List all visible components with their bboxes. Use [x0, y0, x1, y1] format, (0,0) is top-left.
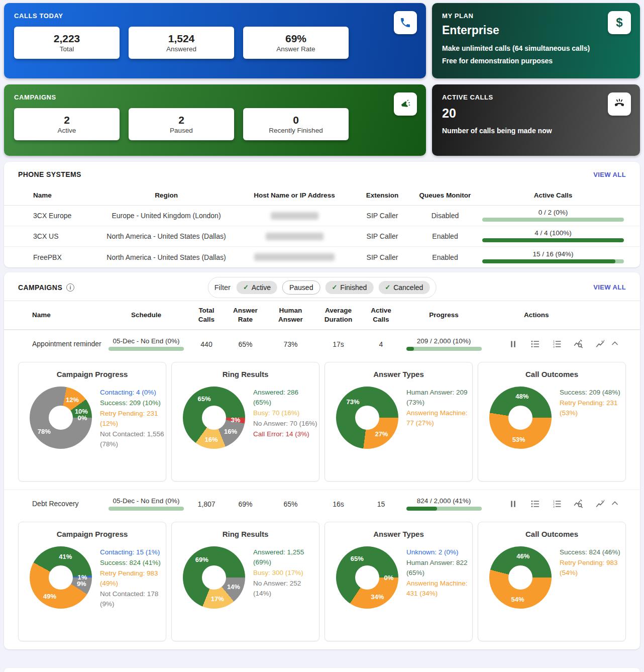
- campaign-answer-rate: 65%: [224, 340, 267, 348]
- pause-button[interactable]: [508, 499, 518, 510]
- active-calls-ratio: 4 / 4 (100%): [480, 229, 626, 237]
- col-name: Name: [33, 191, 98, 199]
- collapse-chevron[interactable]: [606, 498, 623, 510]
- check-icon: ✓: [243, 283, 249, 291]
- col-active-calls: Active Calls: [480, 191, 626, 199]
- legend-item: Retry Pending: 983 (49%): [100, 568, 164, 589]
- donut-chart: 1%41%49%9%: [30, 546, 92, 609]
- campaign-average-duration: 16s: [314, 500, 362, 508]
- contact-list-button[interactable]: [529, 339, 540, 350]
- legend-item: Retry Pending: 231 (12%): [100, 409, 164, 429]
- calls-today-card: CALLS TODAY 2,223 Total 1,524 Answered 6…: [4, 3, 426, 78]
- table-row[interactable]: 3CX Europe Europe - United Kingdom (Lond…: [4, 206, 640, 226]
- chart-card-call-outcomes: Call Outcomes48%53%Success: 209 (48%)Ret…: [478, 362, 626, 482]
- calls-today-title: CALLS TODAY: [14, 12, 416, 20]
- live-stats-button[interactable]: [595, 339, 606, 350]
- legend-item: Success: 209 (48%): [560, 388, 624, 398]
- campaign-actions: 123: [488, 339, 606, 350]
- legend-item: No Answer: 70 (16%): [253, 419, 317, 429]
- donut-chart: 0%65%34%: [336, 546, 398, 609]
- col-actions: Actions: [488, 311, 606, 320]
- legend-item: Human Answer: 209 (73%): [406, 388, 471, 408]
- legend-item: Call Error: 14 (3%): [253, 429, 317, 439]
- table-row[interactable]: 3CX US North America - United States (Da…: [4, 226, 640, 247]
- phone-system-region: North America - United States (Dallas): [98, 253, 234, 261]
- stat-answer-rate-label: Answer Rate: [276, 45, 315, 53]
- active-calls-subtitle: Number of calls being made now: [442, 127, 630, 135]
- campaign-charts-row: Campaign Progress1%41%49%9%Contacting: 1…: [4, 518, 640, 649]
- active-calls-progress-bar: [482, 218, 624, 222]
- ordered-list-button[interactable]: 123: [552, 339, 562, 350]
- my-plan-card: MY PLAN $ Enterprise Make unlimited call…: [432, 3, 640, 78]
- legend-item: Busy: 70 (16%): [253, 408, 317, 418]
- stat-answered: 1,524 Answered: [129, 27, 234, 59]
- info-icon[interactable]: i: [66, 283, 74, 292]
- table-row[interactable]: FreePBX North America - United States (D…: [4, 247, 640, 267]
- stat-total-label: Total: [60, 45, 74, 53]
- slice-label: 27%: [375, 430, 388, 438]
- col-active-calls: Active Calls: [362, 306, 400, 324]
- campaigns-view-all-link[interactable]: VIEW ALL: [593, 283, 626, 291]
- legend-item: Retry Pending: 983 (54%): [560, 558, 624, 578]
- slice-label: 34%: [371, 593, 384, 600]
- phone-system-queues: Enabled: [410, 232, 480, 240]
- filter-chip-canceled[interactable]: ✓Canceled: [378, 281, 430, 294]
- campaign-progress-text: 824 / 2,000 (41%): [400, 497, 488, 505]
- legend-item: Contacting: 15 (1%): [100, 547, 164, 557]
- stats-search-button[interactable]: [573, 499, 584, 510]
- phone-system-name: 3CX US: [33, 232, 98, 240]
- stat-answered-label: Answered: [166, 45, 196, 53]
- table-row[interactable]: Appointment reminder 05-Dec - No End (0%…: [4, 330, 640, 358]
- schedule-progress-bar: [109, 347, 184, 351]
- campaign-total-calls: 1,807: [189, 500, 224, 508]
- campaigns-summary-stats: 2 Active 2 Paused 0 Recently Finished: [14, 108, 416, 140]
- chart-legend: Success: 824 (46%)Retry Pending: 983 (54…: [560, 547, 624, 609]
- active-calls-value: 20: [442, 106, 630, 121]
- contact-list-button[interactable]: [529, 499, 540, 510]
- active-calls-card: ACTIVE CALLS 20 Number of calls being ma…: [432, 84, 640, 156]
- chart-title: Call Outcomes: [478, 530, 625, 538]
- dollar-icon: $: [608, 11, 631, 34]
- live-stats-button[interactable]: [595, 499, 606, 510]
- collapse-chevron[interactable]: [606, 338, 623, 350]
- slice-label: 65%: [197, 395, 210, 402]
- ordered-list-button[interactable]: 123: [552, 499, 562, 510]
- phone-system-extension: SIP Caller: [355, 212, 410, 220]
- slice-label: 41%: [59, 553, 72, 560]
- slice-label: 0%: [78, 414, 87, 422]
- phone-system-queues: Enabled: [410, 253, 480, 261]
- legend-item: No Answer: 252 (14%): [253, 579, 317, 599]
- slice-label: 9%: [77, 580, 86, 587]
- donut-hole: [508, 565, 532, 590]
- filter-chip-active[interactable]: ✓Active: [237, 281, 277, 294]
- slice-label: 12%: [66, 396, 79, 403]
- table-row[interactable]: Debt Recovery 05-Dec - No End (0%) 1,807…: [4, 490, 640, 518]
- slice-label: 73%: [347, 398, 360, 405]
- phone-systems-table-header: Name Region Host Name or IP Address Exte…: [4, 185, 640, 206]
- phone-ringing-icon: [608, 92, 631, 116]
- stat-paused-campaigns-label: Paused: [170, 127, 193, 134]
- stats-search-button[interactable]: [573, 339, 584, 350]
- legend-item: Success: 209 (10%): [100, 398, 164, 408]
- donut-chart: 73%27%: [336, 387, 398, 449]
- donut-hole: [49, 406, 73, 430]
- col-extension: Extension: [355, 191, 410, 199]
- stat-answer-rate-value: 69%: [285, 33, 306, 45]
- campaign-charts-row: Campaign Progress0%10%12%78%Contacting: …: [4, 358, 640, 490]
- plan-line-2: Free for demonstration purposes: [442, 57, 630, 65]
- active-calls-progress-bar: [482, 238, 624, 242]
- summary-cards-grid: CALLS TODAY 2,223 Total 1,524 Answered 6…: [4, 3, 640, 156]
- chart-title: Ring Results: [172, 370, 319, 378]
- filter-chip-paused[interactable]: Paused: [282, 280, 320, 295]
- filter-chip-finished[interactable]: ✓Finished: [325, 281, 373, 294]
- slice-label: 48%: [515, 393, 528, 400]
- active-calls-ratio: 0 / 2 (0%): [480, 209, 626, 216]
- pause-button[interactable]: [508, 339, 518, 350]
- donut-hole: [508, 406, 532, 430]
- chart-card-campaign-progress: Campaign Progress1%41%49%9%Contacting: 1…: [18, 522, 166, 641]
- phone-system-name: 3CX Europe: [33, 212, 98, 220]
- slice-label: 14%: [227, 583, 240, 591]
- stat-active-campaigns: 2 Active: [14, 108, 120, 140]
- campaign-name: Appointment reminder: [32, 339, 103, 348]
- phone-systems-view-all-link[interactable]: VIEW ALL: [593, 171, 626, 178]
